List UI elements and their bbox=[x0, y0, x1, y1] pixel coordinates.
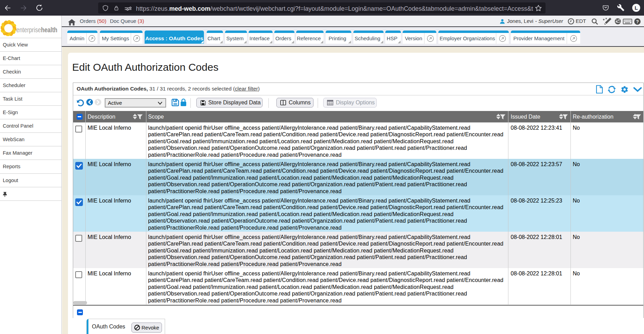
svg-text:?: ? bbox=[636, 19, 639, 24]
